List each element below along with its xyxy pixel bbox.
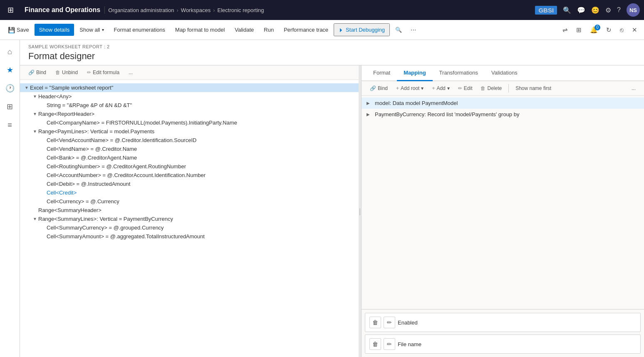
emoji-icon[interactable]: 😊 (591, 6, 599, 14)
tree-item-text: Cell<Currency> = @.Currency (47, 198, 355, 205)
user-avatar[interactable]: NS (627, 3, 640, 17)
tree-item[interactable]: Range<SummaryHeader> (20, 206, 359, 215)
tree-toggle[interactable]: ▼ (32, 217, 38, 221)
edit-label: Edit (464, 85, 473, 91)
performance-trace-button[interactable]: Performance trace (279, 24, 333, 36)
tree-item[interactable]: Cell<VendAccountName> = @.Creditor.Ident… (20, 136, 359, 145)
tree-item[interactable]: ▼Range<PaymLines>: Vertical = model.Paym… (20, 127, 359, 136)
debug-icon: ⏵ (339, 27, 344, 33)
sidebar-grid[interactable]: ⊞ (2, 98, 18, 115)
page-header: SAMPLE WORKSHEET REPORT : 2 Format desig… (20, 40, 644, 65)
tree-item[interactable]: Cell<Debit> = @.InstructedAmount (20, 180, 359, 188)
app-grid-icon[interactable]: ⊞ (4, 4, 17, 16)
tab-mapping[interactable]: Mapping (397, 65, 432, 81)
tree-item[interactable]: ▼Excel = "Sample worksheet report" (20, 83, 359, 92)
add-label: Add (436, 85, 445, 91)
data-tree-item[interactable]: ▶model: Data model PaymentModel (362, 97, 644, 109)
edit-button[interactable]: ✏ Edit (455, 84, 476, 93)
tree-item[interactable]: Cell<AccountNumber> = @.CreditorAccount.… (20, 171, 359, 180)
layout-icon[interactable]: ⊞ (573, 24, 585, 36)
tree-item[interactable]: ▼Header<Any> (20, 92, 359, 101)
show-name-first-button[interactable]: Show name first (512, 84, 555, 93)
card-edit-button[interactable]: ✏ (384, 317, 395, 328)
tree-item[interactable]: Cell<SummaryAmount> = @.aggregated.Total… (20, 232, 359, 241)
tree-item-text: Cell<Bank> = @.CreditorAgent.Name (47, 155, 355, 161)
company-badge[interactable]: GBSI (535, 6, 557, 15)
toolbar-more-button[interactable]: ··· (407, 24, 419, 36)
tree-toggle[interactable]: ▼ (32, 112, 38, 116)
tab-format[interactable]: Format (367, 65, 397, 81)
left-more-button[interactable]: ... (125, 68, 136, 77)
badge-icon[interactable]: 🔔0 (587, 24, 601, 36)
show-details-button[interactable]: Show details (35, 24, 74, 36)
tree-item[interactable]: Cell<SummaryCurrency> = @.grouped.Curren… (20, 223, 359, 232)
toolbar-search-button[interactable]: 🔍 (391, 24, 406, 36)
tree-item-text: Cell<Credit> (47, 190, 355, 196)
sidebar-star[interactable]: ★ (2, 62, 18, 78)
close-icon[interactable]: ✕ (629, 24, 641, 36)
add-root-button[interactable]: + Add root ▾ (393, 84, 427, 93)
tree-toggle[interactable]: ▼ (23, 85, 30, 90)
card-delete-button[interactable]: 🗑 (369, 338, 381, 350)
tree-item[interactable]: Cell<VendName> = @.Creditor.Name (20, 145, 359, 153)
tree-item-text: Cell<Debit> = @.InstructedAmount (47, 181, 355, 187)
open-new-icon[interactable]: ⎋ (617, 24, 627, 36)
start-debugging-button[interactable]: ⏵ Start Debugging (334, 23, 390, 36)
tree-item-text: Cell<VendName> = @.Creditor.Name (47, 146, 355, 152)
refresh-icon[interactable]: ↻ (603, 24, 615, 36)
map-format-to-model-button[interactable]: Map format to model (171, 24, 229, 36)
run-button[interactable]: Run (259, 24, 278, 36)
tree-toggle[interactable]: ▼ (32, 129, 38, 134)
edit-icon: ✏ (458, 85, 462, 91)
settings-icon[interactable]: ⚙ (605, 6, 611, 14)
tree-item[interactable]: ▼Range<SummaryLines>: Vertical = Payment… (20, 215, 359, 223)
delete-button[interactable]: 🗑 Delete (477, 84, 505, 93)
tree-item[interactable]: String = "&RPage &P of &N &D &T" (20, 101, 359, 110)
tree-item[interactable]: Cell<CompanyName> = FIRSTORNULL(model.Pa… (20, 118, 359, 127)
sidebar-list[interactable]: ≡ (2, 117, 18, 133)
breadcrumb-er[interactable]: Electronic reporting (218, 7, 264, 13)
page-area: SAMPLE WORKSHEET REPORT : 2 Format desig… (20, 40, 644, 357)
tree-item[interactable]: Cell<Bank> = @.CreditorAgent.Name (20, 153, 359, 162)
right-bind-button[interactable]: 🔗 Bind (367, 84, 391, 93)
data-toggle[interactable]: ▶ (367, 101, 372, 105)
add-button[interactable]: + Add ▾ (429, 84, 453, 93)
format-enumerations-button[interactable]: Format enumerations (109, 24, 170, 36)
chat-icon[interactable]: 💬 (577, 6, 585, 14)
app-title: Finance and Operations (20, 6, 105, 14)
tree-item-text: Range<SummaryLines>: Vertical = PaymentB… (38, 216, 355, 222)
bind-button[interactable]: 🔗 Bind (25, 68, 50, 77)
tab-validations[interactable]: Validations (485, 65, 524, 81)
validate-button[interactable]: Validate (230, 24, 258, 36)
show-all-button[interactable]: Show all ▾ (75, 24, 108, 36)
edit-formula-button[interactable]: ✏ Edit formula (84, 68, 123, 77)
unbind-button[interactable]: 🗑 Unbind (52, 68, 81, 77)
tab-transformations[interactable]: Transformations (433, 65, 485, 81)
tree-item[interactable]: ▼Range<ReportHeader> (20, 110, 359, 118)
card-edit-button[interactable]: ✏ (384, 338, 395, 350)
search-icon[interactable]: 🔍 (563, 6, 571, 14)
sidebar-clock[interactable]: 🕐 (2, 80, 18, 97)
tree-item[interactable]: Cell<Currency> = @.Currency (20, 197, 359, 206)
data-tree-item[interactable]: ▶PaymentByCurrency: Record list 'model/P… (362, 109, 644, 120)
data-toggle[interactable]: ▶ (367, 112, 372, 117)
breadcrumb: Organization administration › Workspaces… (108, 7, 532, 13)
save-button[interactable]: 💾 Save (3, 24, 34, 36)
card-delete-button[interactable]: 🗑 (369, 317, 381, 328)
performance-trace-label: Performance trace (284, 27, 328, 33)
breadcrumb-workspaces[interactable]: Workspaces (181, 7, 211, 13)
tree-item[interactable]: Cell<RoutingNumber> = @.CreditorAgent.Ro… (20, 162, 359, 171)
right-bind-label: Bind (378, 85, 388, 91)
right-more-button[interactable]: ... (628, 84, 639, 93)
page-breadcrumb: SAMPLE WORKSHEET REPORT : 2 (28, 44, 636, 49)
add-root-icon: + (396, 85, 399, 91)
bottom-card: 🗑✏File name (365, 335, 641, 354)
sidebar-home[interactable]: ⌂ (2, 43, 18, 60)
compare-icon[interactable]: ⇌ (559, 24, 571, 36)
help-icon[interactable]: ? (617, 6, 621, 14)
tree-toggle[interactable]: ▼ (32, 94, 38, 99)
breadcrumb-org[interactable]: Organization administration (108, 7, 174, 13)
save-icon: 💾 (8, 27, 15, 33)
tree-item[interactable]: Cell<Credit> (20, 188, 359, 197)
tree-item-text: Header<Any> (38, 93, 355, 100)
